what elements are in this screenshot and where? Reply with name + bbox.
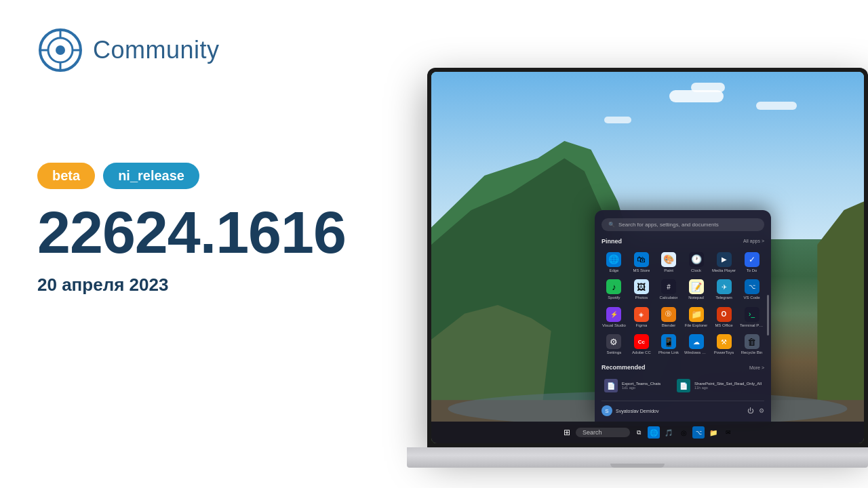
phone-link-label: Phone Link: [658, 350, 679, 355]
rec-teams-text: Export_Teams_Chats 1d1 ago: [622, 382, 669, 390]
recommended-section-header: Recommended More >: [601, 364, 764, 371]
app-phone-link[interactable]: 📱 Phone Link: [656, 332, 681, 357]
file-explorer-label: File Explorer: [685, 323, 708, 328]
edge-taskbar-icon[interactable]: 🌐: [648, 426, 660, 439]
powertoys-label: PowerToys: [714, 350, 734, 355]
user-info[interactable]: S Svyatoslav Demidov: [601, 405, 658, 416]
todo-icon: ✓: [745, 252, 760, 267]
photos-label: Photos: [635, 296, 648, 300]
terminal-icon: ›_: [745, 307, 760, 322]
calculator-icon: #: [661, 279, 676, 294]
paint-icon: 🎨: [661, 252, 676, 267]
calculator-label: Calculator: [659, 296, 677, 300]
adobe-cc-label: Adobe CC: [632, 350, 651, 355]
task-view-icon[interactable]: ⧉: [633, 426, 645, 439]
pinned-apps-grid: 🌐 Edge 🛍 MS Store 🎨 Paint 🕐: [601, 250, 764, 357]
sharepoint-icon: 📄: [677, 379, 690, 392]
notepad-icon: 📝: [689, 279, 704, 294]
clock-label: Clock: [691, 268, 701, 273]
photos-icon: 🖼: [634, 279, 649, 294]
vscode-label: VS Code: [743, 296, 760, 300]
app-media-player[interactable]: ▶ Media Player: [711, 250, 736, 275]
pinned-section-header: Pinned All apps >: [601, 238, 764, 245]
more-link[interactable]: More >: [749, 365, 764, 370]
laptop-notch: [610, 464, 665, 468]
app-file-explorer[interactable]: 📁 File Explorer: [684, 305, 709, 330]
badge-nirelease: ni_release: [103, 163, 199, 189]
settings-user-icon[interactable]: ⚙: [759, 407, 764, 414]
clock-icon: 🕐: [689, 252, 704, 267]
rec-sharepoint-text: SharePoint_Site_Set_Read_Only_All 11h ag…: [694, 382, 762, 390]
rec-teams-time: 1d1 ago: [622, 386, 669, 390]
version-number: 22624.1616: [37, 203, 346, 262]
laptop-base: [407, 447, 868, 468]
app-calculator[interactable]: # Calculator: [656, 277, 681, 302]
store-label: MS Store: [633, 268, 650, 273]
app-edge[interactable]: 🌐 Edge: [601, 250, 627, 275]
taskbar: ⊞ Search ⧉ 🌐 🎵 ◎ ⌥ 📁 ✉: [431, 422, 864, 443]
rec-item-sharepoint[interactable]: 📄 SharePoint_Site_Set_Read_Only_All 11h …: [674, 376, 764, 395]
left-content: beta ni_release 22624.1616 20 апреля 202…: [37, 163, 346, 296]
app-figma[interactable]: ◈ Figma: [629, 305, 654, 330]
taskbar-search[interactable]: Search: [576, 428, 630, 437]
ms-office-icon: O: [717, 307, 732, 322]
phone-link-icon: 📱: [661, 334, 676, 349]
recycle-bin-label: Recycle Bin: [741, 350, 763, 355]
explorer-taskbar-icon[interactable]: 📁: [707, 426, 719, 439]
spotify-taskbar-icon[interactable]: 🎵: [663, 426, 675, 439]
user-bar: S Svyatoslav Demidov ⏻ ⚙: [601, 401, 764, 416]
store-icon: 🛍: [634, 252, 649, 267]
app-telegram[interactable]: ✈ Telegram: [711, 277, 736, 302]
app-powertoys[interactable]: ⚒ PowerToys: [711, 332, 736, 357]
user-name: Svyatoslav Demidov: [616, 409, 658, 413]
app-visual-studio[interactable]: ⚡ Visual Studio: [601, 305, 627, 330]
start-menu-search[interactable]: Search for apps, settings, and documents: [601, 218, 764, 231]
ms-office-label: MS Office: [715, 323, 732, 328]
teams-export-icon: 📄: [604, 379, 618, 392]
taskbar-icons: ⊞ Search ⧉ 🌐 🎵 ◎ ⌥ 📁 ✉: [561, 426, 734, 439]
recycle-bin-icon: 🗑: [745, 334, 760, 349]
app-vscode[interactable]: ⌥ VS Code: [739, 277, 764, 302]
laptop-screen: Search for apps, settings, and documents…: [431, 72, 864, 443]
app-microsoft-store[interactable]: 🛍 MS Store: [629, 250, 654, 275]
svg-point-2: [56, 45, 65, 55]
vscode-taskbar-icon[interactable]: ⌥: [692, 426, 705, 439]
chrome-taskbar-icon[interactable]: ◎: [677, 426, 690, 439]
all-apps-link[interactable]: All apps >: [743, 239, 764, 243]
app-notepad[interactable]: 📝 Notepad: [684, 277, 709, 302]
spotify-label: Spotify: [608, 296, 620, 300]
app-recycle-bin[interactable]: 🗑 Recycle Bin: [739, 332, 764, 357]
mail-taskbar-icon[interactable]: ✉: [722, 426, 734, 439]
badges-container: beta ni_release: [37, 163, 346, 189]
power-icon[interactable]: ⏻: [747, 407, 753, 414]
logo-area: Community: [37, 27, 220, 73]
app-ms-office[interactable]: O MS Office: [711, 305, 736, 330]
app-windows-365[interactable]: ☁ Windows 365: [684, 332, 709, 357]
rec-sharepoint-time: 11h ago: [694, 386, 762, 390]
app-blender[interactable]: Ⓑ Blender: [656, 305, 681, 330]
app-paint[interactable]: 🎨 Paint: [656, 250, 681, 275]
recommended-grid: 📄 Export_Teams_Chats 1d1 ago 📄 SharePoin…: [601, 376, 764, 395]
vs-label: Visual Studio: [602, 323, 626, 328]
app-todo[interactable]: ✓ To Do: [739, 250, 764, 275]
settings-label: Settings: [607, 350, 622, 355]
app-settings[interactable]: ⚙ Settings: [601, 332, 627, 357]
app-adobe-cc[interactable]: Cc Adobe CC: [629, 332, 654, 357]
start-menu-scrollbar[interactable]: [767, 295, 769, 336]
community-logo-icon: [37, 27, 83, 73]
adobe-cc-icon: Cc: [634, 334, 649, 349]
windows-365-label: Windows 365: [684, 350, 708, 355]
user-actions: ⏻ ⚙: [747, 407, 764, 414]
app-terminal[interactable]: ›_ Terminal Preview: [739, 305, 764, 330]
start-menu[interactable]: Search for apps, settings, and documents…: [595, 210, 771, 422]
app-clock[interactable]: 🕐 Clock: [684, 250, 709, 275]
vscode-icon: ⌥: [745, 279, 760, 294]
app-photos[interactable]: 🖼 Photos: [629, 277, 654, 302]
start-button[interactable]: ⊞: [561, 426, 573, 439]
laptop-area: Search for apps, settings, and documents…: [407, 68, 868, 468]
edge-label: Edge: [609, 268, 618, 273]
app-spotify[interactable]: ♪ Spotify: [601, 277, 627, 302]
edge-icon: 🌐: [606, 252, 621, 267]
telegram-icon: ✈: [717, 279, 732, 294]
rec-item-teams[interactable]: 📄 Export_Teams_Chats 1d1 ago: [601, 376, 671, 395]
